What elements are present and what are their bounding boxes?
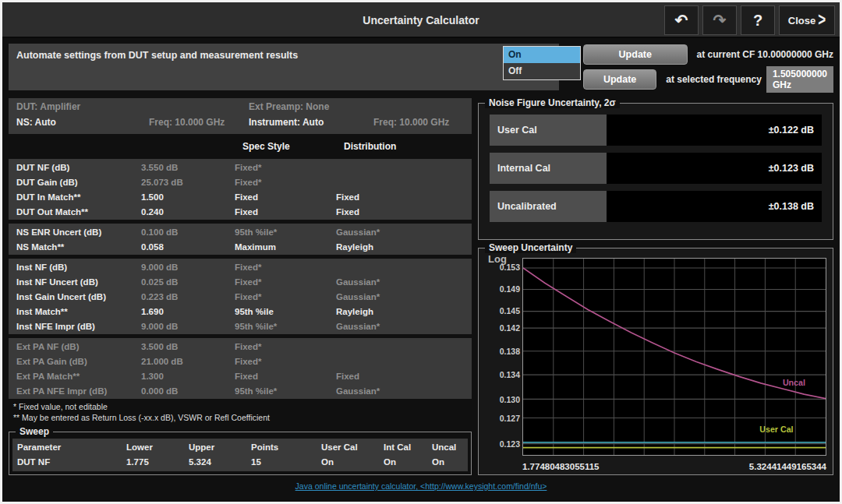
param-spec-style: Fixed*	[235, 292, 336, 301]
ns-freq-label: Freq: 10.000 GHz	[149, 117, 249, 132]
y-tick-label: 0.138	[500, 347, 520, 356]
sweep-table-headers: ParameterLowerUpperPointsUser CalInt Cal…	[17, 440, 463, 455]
automate-label: Automate settings from DUT setup and mea…	[16, 50, 484, 61]
current-cf-text: at current CF 10.00000000 GHz	[697, 49, 833, 60]
param-value: 1.300	[141, 372, 235, 381]
param-spec-style: Fixed*	[235, 357, 336, 366]
param-label: Inst NFE Impr (dB)	[16, 322, 141, 331]
param-label: DUT In Match**	[16, 192, 141, 202]
sweep-uncertainty-title: Sweep Uncertainty	[485, 242, 576, 253]
param-distribution: Gaussian*	[336, 386, 464, 396]
sweep-cell[interactable]: On	[384, 455, 432, 470]
sweep-cell[interactable]: On	[432, 455, 463, 470]
footnote-match: ** May be entered as Return Loss (-xx.x …	[13, 412, 467, 423]
close-button-label: Close	[788, 15, 815, 26]
param-value: 0.000 dB	[141, 386, 235, 396]
selected-frequency-field[interactable]: 1.505000000 GHz	[766, 66, 833, 93]
chevron-right-icon: >	[818, 9, 826, 31]
param-row[interactable]: NS Match**0.058MaximumRayleigh	[9, 239, 472, 254]
sweep-uncertainty-section: Sweep Uncertainty Log 0.1530.1490.1450.1…	[478, 248, 833, 475]
param-value: 9.000 dB	[141, 263, 235, 272]
param-spec-style: 95th %ile*	[235, 386, 336, 396]
dut-type-label: DUT: Amplifier	[16, 101, 149, 117]
sweep-cell[interactable]: On	[321, 455, 384, 470]
param-value[interactable]: 0.240	[141, 207, 235, 217]
param-spec-style[interactable]: Maximum	[235, 242, 336, 252]
param-label: DUT Out Match**	[16, 207, 141, 217]
results-panel: Noise Figure Uncertainty, 2σ User Cal±0.…	[478, 98, 833, 475]
param-row: Ext PA NFE Impr (dB)0.000 dB95th %ile*Ga…	[9, 383, 472, 398]
param-distribution[interactable]: Rayleigh	[336, 307, 464, 316]
nf-uncertainty-row: User Cal±0.122 dB	[490, 115, 822, 146]
param-value: 0.223 dB	[141, 292, 235, 301]
param-label: Inst NF Uncert (dB)	[16, 277, 141, 287]
param-value[interactable]: 1.500	[141, 192, 235, 202]
param-row: Inst NFE Impr (dB)9.000 dB95th %ile*Gaus…	[9, 319, 472, 333]
param-label: Inst NF (dB)	[16, 263, 141, 272]
nf-row-label: User Cal	[490, 115, 607, 146]
y-tick-label: 0.142	[500, 323, 520, 333]
param-group: Ext PA NF (dB)3.500 dBFixed*Ext PA Gain …	[9, 338, 472, 399]
param-row: DUT Gain (dB)25.073 dBFixed*	[9, 174, 472, 189]
update-selected-freq-button[interactable]: Update	[583, 69, 656, 90]
param-value: 0.025 dB	[141, 277, 235, 287]
help-button[interactable]: ?	[741, 5, 775, 35]
param-spec-style: Fixed*	[235, 277, 336, 287]
sweep-header-cell: Points	[251, 440, 321, 455]
param-row[interactable]: DUT In Match**1.500FixedFixed	[9, 189, 472, 204]
y-tick-label: 0.134	[500, 370, 520, 379]
y-tick-label: 0.123	[500, 439, 520, 449]
sweep-section: Sweep ParameterLowerUpperPointsUser CalI…	[9, 432, 472, 475]
sweep-header-cell: User Cal	[321, 440, 384, 455]
ext-preamp-label: Ext Preamp: None	[249, 101, 373, 117]
nf-row-value: ±0.138 dB	[607, 191, 822, 222]
param-value[interactable]: 1.690	[141, 307, 235, 316]
param-row[interactable]: Inst Match**1.69095th %ileRayleigh	[9, 304, 472, 319]
param-distribution: Gaussian*	[336, 227, 464, 237]
chart-x-axis: 1.77480483055115 5.32441449165344	[522, 456, 826, 471]
param-row: Inst NF Uncert (dB)0.025 dBFixed*Gaussia…	[9, 274, 472, 289]
param-value: 25.073 dB	[141, 178, 235, 187]
param-label: Ext PA NF (dB)	[16, 342, 141, 351]
param-spec-style: Fixed*	[235, 178, 336, 187]
sweep-header-cell: Lower	[126, 440, 189, 455]
param-spec-style: Fixed*	[235, 263, 336, 272]
instrument-freq-label: Freq: 10.000 GHz	[373, 117, 464, 132]
param-row[interactable]: DUT Out Match**0.240FixedFixed	[9, 204, 472, 219]
param-label: NS Match**	[16, 242, 141, 252]
java-calculator-link[interactable]: Java online uncertainty calculator, <htt…	[295, 481, 547, 491]
close-button[interactable]: Close >	[779, 5, 835, 35]
chart-y-axis: Log 0.1530.1490.1450.1420.1380.1340.1300…	[485, 258, 522, 456]
param-spec-style[interactable]: 95th %ile	[235, 307, 336, 316]
svg-text:User Cal: User Cal	[759, 425, 793, 434]
param-distribution[interactable]: Fixed	[336, 192, 464, 202]
param-value: 3.500 dB	[141, 342, 235, 351]
nf-uncertainty-title: Noise Figure Uncertainty, 2σ	[485, 97, 620, 108]
sweep-cell: DUT NF	[17, 455, 126, 470]
spec-style-column-header: Spec Style	[242, 141, 344, 152]
param-value[interactable]: 0.058	[141, 242, 235, 252]
uncertainty-calculator-window: Uncertainty Calculator ↶ ↷ ? Close > Aut…	[0, 0, 842, 504]
param-label: Ext PA Gain (dB)	[16, 357, 141, 366]
param-groups: DUT NF (dB)3.550 dBFixed*DUT Gain (dB)25…	[9, 155, 472, 399]
param-spec-style[interactable]: Fixed	[235, 192, 336, 202]
automate-option-off[interactable]: Off	[504, 63, 580, 79]
update-current-cf-button[interactable]: Update	[583, 44, 688, 65]
sweep-header-cell: Uncal	[432, 440, 463, 455]
update-current-cf-row: Update at current CF 10.00000000 GHz	[583, 44, 833, 65]
y-tick-label: 0.127	[500, 414, 520, 423]
chart-plot-area: UncalUser Cal	[522, 258, 826, 456]
automate-option-on[interactable]: On	[504, 47, 580, 63]
y-tick-label: 0.130	[500, 395, 520, 404]
param-spec-style[interactable]: Fixed	[235, 207, 336, 217]
param-value: 9.000 dB	[141, 322, 235, 331]
y-tick-label: 0.149	[500, 284, 520, 294]
x-axis-end-label: 5.32441449165344	[749, 462, 826, 471]
redo-button[interactable]: ↷	[702, 5, 737, 35]
undo-button[interactable]: ↶	[664, 5, 699, 35]
param-row: Inst NF (dB)9.000 dBFixed*	[9, 259, 472, 274]
param-group: DUT NF (dB)3.550 dBFixed*DUT Gain (dB)25…	[9, 159, 472, 220]
param-distribution[interactable]: Fixed	[336, 207, 464, 217]
param-distribution[interactable]: Rayleigh	[336, 242, 464, 252]
nf-row-label: Uncalibrated	[490, 191, 607, 222]
